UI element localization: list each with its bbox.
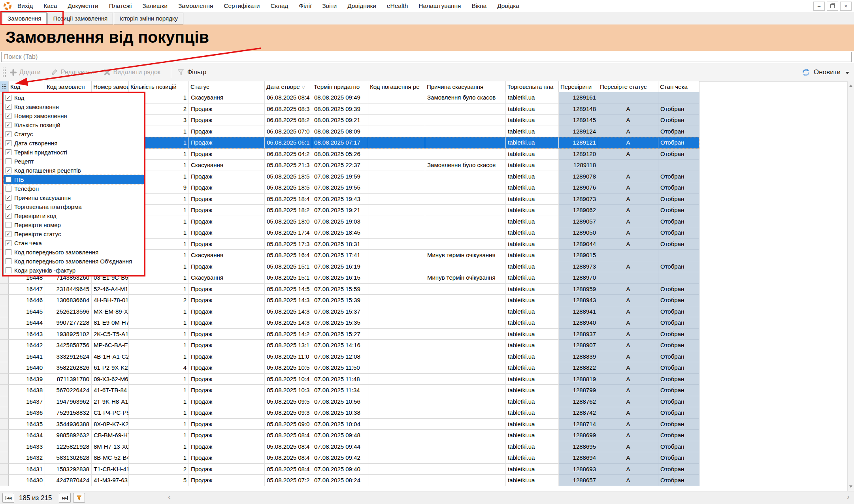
checkbox-checked-icon[interactable]: ✓ (6, 167, 11, 173)
table-row[interactable]: 16430424787042441-M3-97-635Продаж05.08.2… (0, 475, 699, 486)
column-chooser-item[interactable]: ✓Код замовлення (4, 102, 144, 111)
table-row[interactable]: 1643719479639622T-9K-H8-A11Продаж05.08.2… (0, 396, 699, 408)
checkbox-checked-icon[interactable]: ✓ (6, 213, 11, 219)
checkbox-unchecked-icon[interactable] (6, 177, 11, 182)
column-header-platform[interactable]: Торговельна пла (506, 81, 559, 92)
column-header-pogash[interactable]: Код погашення ре (368, 81, 425, 92)
column-header-term[interactable]: Термін придатно (312, 81, 368, 92)
column-chooser-item[interactable]: ✓Код (4, 93, 144, 102)
checkbox-checked-icon[interactable]: ✓ (6, 95, 11, 101)
checkbox-checked-icon[interactable]: ✓ (6, 240, 11, 246)
checkbox-checked-icon[interactable]: ✓ (6, 131, 11, 137)
column-chooser-item[interactable]: ✓Перевірити код (4, 211, 144, 220)
column-chooser-item[interactable]: ✓Причина скасування (4, 193, 144, 202)
hscroll-left-icon[interactable]: ‹ (168, 492, 171, 501)
checkbox-checked-icon[interactable]: ✓ (6, 140, 11, 146)
column-header-nomer[interactable]: Номер замовленн (92, 81, 129, 92)
tab-item[interactable]: Позиції замовлення (47, 13, 113, 24)
column-chooser-item[interactable]: Код попереднього замовлення (4, 248, 144, 257)
delete-row-button[interactable]: Видалити рядок (104, 69, 160, 76)
column-header-status[interactable]: Статус (189, 81, 265, 92)
table-row[interactable]: 1643258313026288B-MC-52-B41Продаж05.08.2… (0, 452, 699, 464)
menu-item[interactable]: eHealth (387, 2, 408, 9)
column-chooser-icon[interactable] (0, 81, 9, 92)
tab-active[interactable]: Замовлення (2, 12, 47, 24)
checkbox-unchecked-icon[interactable] (6, 249, 11, 255)
column-chooser-item[interactable]: Телефон (4, 184, 144, 193)
table-row[interactable]: 16438567022642441-6T-TB-841Продаж05.08.2… (0, 385, 699, 396)
column-header-kod_zam[interactable]: Код замовлен (45, 81, 92, 92)
menu-item[interactable]: Склад (270, 2, 288, 9)
edit-button[interactable]: Редагувати (51, 69, 94, 76)
refresh-dropdown-caret[interactable] (845, 72, 849, 74)
column-chooser-item[interactable]: ✓Код погашення рецептів (4, 166, 144, 175)
table-row[interactable]: 164367529158832C1-P4-PC-P51Продаж05.08.2… (0, 407, 699, 419)
column-chooser-item[interactable]: ✓Статус (4, 130, 144, 139)
column-chooser-item[interactable]: ✓Перевірте статус (4, 229, 144, 239)
table-row[interactable]: 1644133329126244B-1H-A1-C21Продаж05.08.2… (0, 351, 699, 363)
table-row[interactable]: 1643535449363888X-0P-K7-K21Продаж05.08.2… (0, 419, 699, 430)
table-row[interactable]: 1644319389251022K-C5-T5-A11Продаж05.08.2… (0, 329, 699, 340)
column-header-qty[interactable]: Кількість позицій (129, 81, 189, 92)
minimize-button[interactable]: – (813, 2, 825, 11)
vertical-scrollbar[interactable] (847, 81, 854, 491)
filter-button[interactable]: Фільтр (177, 69, 206, 76)
checkbox-checked-icon[interactable]: ✓ (6, 204, 11, 210)
scroll-up-icon[interactable] (849, 85, 852, 87)
column-chooser-item[interactable]: Перевірте номер (4, 220, 144, 229)
checkbox-checked-icon[interactable]: ✓ (6, 104, 11, 110)
close-button[interactable]: × (840, 2, 852, 11)
table-row[interactable]: 16440358226282661-P2-9X-K24Продаж05.08.2… (0, 362, 699, 374)
table-row[interactable]: 164349885892632CB-BM-69-H71Продаж05.08.2… (0, 430, 699, 441)
tab-item[interactable]: Історія зміни порядку (114, 13, 183, 24)
column-chooser-item[interactable]: Код попереднього замовлення Об'єднання (4, 257, 144, 266)
checkbox-checked-icon[interactable]: ✓ (6, 195, 11, 201)
table-row[interactable]: 16439871139178009-X3-62-M61Продаж05.08.2… (0, 374, 699, 385)
add-button[interactable]: Додати (10, 69, 41, 76)
column-chooser-item[interactable]: ✓Кількість позицій (4, 120, 144, 130)
menu-item[interactable]: Філії (299, 2, 311, 9)
menu-item[interactable]: Документи (68, 2, 98, 9)
last-page-button[interactable]: ▶▶ (59, 493, 71, 503)
column-chooser-item[interactable]: ✓Торговельна платформа (4, 202, 144, 211)
menu-item[interactable]: Довідка (497, 2, 519, 9)
column-header-reason[interactable]: Причина скасування (425, 81, 506, 92)
table-row[interactable]: 164311583292838T1-CB-KH-412Продаж05.08.2… (0, 464, 699, 475)
column-chooser-item[interactable]: ✓Термін придатності (4, 148, 144, 157)
column-header-check_code[interactable]: Перевірити (559, 81, 598, 92)
menu-item[interactable]: Налаштування (419, 2, 461, 9)
column-chooser-item[interactable]: ✓Дата створення (4, 139, 144, 148)
menu-item[interactable]: Каса (43, 2, 57, 9)
checkbox-unchecked-icon[interactable] (6, 222, 11, 228)
column-chooser-item[interactable]: Рецепт (4, 157, 144, 166)
filter-status-button[interactable] (73, 493, 85, 503)
checkbox-checked-icon[interactable]: ✓ (6, 231, 11, 237)
table-row[interactable]: 16447231844964552-46-A4-M11Продаж05.08.2… (0, 284, 699, 295)
table-row[interactable]: 16444990727722881-E9-0M-H71Продаж05.08.2… (0, 317, 699, 329)
checkbox-checked-icon[interactable]: ✓ (6, 122, 11, 128)
column-header-kod[interactable]: Код (9, 81, 45, 92)
column-header-check_status[interactable]: Перевірте статус (598, 81, 658, 92)
column-chooser-item[interactable]: Коди рахунків -фактур (4, 266, 144, 275)
checkbox-unchecked-icon[interactable] (6, 258, 11, 264)
table-row[interactable]: 1643312258219288M-H7-13-X01Продаж05.08.2… (0, 441, 699, 453)
menu-item[interactable]: Довідники (347, 2, 376, 9)
sort-filter-icon[interactable]: ▽ (302, 82, 305, 92)
column-header-created[interactable]: Дата створе▽ (265, 81, 312, 92)
checkbox-checked-icon[interactable]: ✓ (6, 149, 11, 155)
toolbar-grip[interactable] (3, 68, 6, 77)
hscroll-right-icon[interactable]: › (847, 492, 850, 501)
menu-item[interactable]: Замовлення (178, 2, 213, 9)
table-row[interactable]: 1644613068366844H-BH-78-012Продаж05.08.2… (0, 295, 699, 306)
checkbox-unchecked-icon[interactable] (6, 158, 11, 164)
column-chooser-item[interactable]: ✓Стан чека (4, 239, 144, 248)
menu-item[interactable]: Вікна (471, 2, 486, 9)
column-header-receipt[interactable]: Стан чека (658, 81, 699, 92)
restore-button[interactable] (827, 2, 838, 11)
checkbox-checked-icon[interactable]: ✓ (6, 113, 11, 119)
first-page-button[interactable]: ◀◀ (2, 493, 14, 503)
search-input[interactable] (1, 52, 852, 62)
menu-item[interactable]: Звіти (322, 2, 337, 9)
checkbox-unchecked-icon[interactable] (6, 267, 11, 273)
refresh-button[interactable]: Оновити (801, 63, 841, 81)
